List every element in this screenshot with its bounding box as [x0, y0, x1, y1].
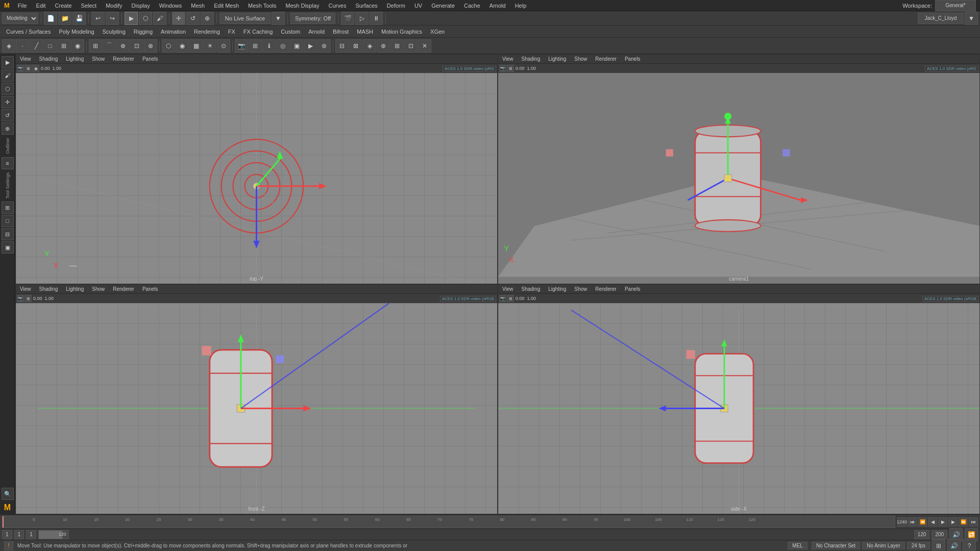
timeline-ruler[interactable]: 5 10 15 20 25 30 35 40 45 50 55 60 65 70…: [2, 516, 895, 528]
vp-top-lighting[interactable]: Lighting: [64, 56, 86, 62]
new-file-btn[interactable]: 📄: [44, 12, 57, 25]
vp-top-renderer[interactable]: Renderer: [111, 56, 136, 62]
lasso-sidebar[interactable]: ⬡: [2, 83, 14, 95]
vp-cam-lighting[interactable]: Lighting: [546, 56, 568, 62]
merge-icon[interactable]: ⊕: [377, 39, 390, 53]
camera-icon[interactable]: 📷: [235, 39, 248, 53]
vp-side-lighting[interactable]: Lighting: [546, 286, 568, 292]
vp-side-show[interactable]: Show: [572, 286, 589, 292]
menu-windows[interactable]: Windows: [155, 2, 186, 10]
shelf-rendering[interactable]: Rendering: [190, 26, 224, 38]
rotate-btn[interactable]: ↺: [186, 12, 200, 25]
vp-cam-show[interactable]: Show: [572, 56, 589, 62]
vp-front-show[interactable]: Show: [90, 286, 107, 292]
menu-deform[interactable]: Deform: [383, 2, 409, 10]
redo-btn[interactable]: ↪: [106, 12, 119, 25]
resolution-icon[interactable]: ▣: [290, 39, 303, 53]
target-weld-icon[interactable]: ✕: [418, 39, 431, 53]
shelf-fx[interactable]: FX: [224, 26, 239, 38]
save-btn[interactable]: 💾: [72, 12, 86, 25]
smooth-icon[interactable]: ◉: [176, 39, 189, 53]
vp-top-show[interactable]: Show: [90, 56, 107, 62]
user-dropdown-btn[interactable]: ▼: [965, 12, 978, 25]
select-tool-sidebar[interactable]: ▶: [2, 56, 14, 68]
no-character-set[interactable]: No Character Set: [812, 542, 860, 549]
paint-tool-sidebar[interactable]: 🖌: [2, 69, 14, 82]
status-help-right[interactable]: ?: [963, 539, 976, 552]
menu-modify[interactable]: Modify: [102, 2, 126, 10]
menu-file[interactable]: File: [14, 2, 31, 10]
user-btn[interactable]: Jack_C_Lloyd: [918, 13, 964, 24]
vp-top-wire[interactable]: ⊞: [24, 65, 32, 72]
vp-side-wire[interactable]: ⊞: [507, 295, 514, 302]
shelf-curves[interactable]: Curves / Surfaces: [2, 26, 55, 38]
menu-mesh[interactable]: Mesh: [187, 2, 209, 10]
pause-btn[interactable]: ⏸: [370, 12, 383, 25]
menu-mesh-tools[interactable]: Mesh Tools: [244, 2, 280, 10]
vp-front-canvas[interactable]: front -Z: [16, 303, 497, 514]
vp-side-shading[interactable]: Shading: [520, 286, 543, 292]
menu-display[interactable]: Display: [128, 2, 154, 10]
timeline-playhead[interactable]: [3, 516, 4, 528]
symmetry-btn[interactable]: Symmetry: Off: [290, 13, 335, 24]
viewport-front[interactable]: View Shading Lighting Show Renderer Pane…: [15, 284, 498, 514]
vp-cam-panels[interactable]: Panels: [623, 56, 643, 62]
edge-icon[interactable]: ╱: [30, 39, 43, 53]
tl-prev-key[interactable]: ⏪: [918, 517, 927, 527]
viewport-top[interactable]: View Shading Lighting Show Renderer Pane…: [15, 54, 498, 284]
tl-play-btn[interactable]: ▶: [938, 517, 947, 527]
menu-edit[interactable]: Edit: [32, 2, 50, 10]
menu-arnold[interactable]: Arnold: [485, 2, 510, 10]
playblast-icon[interactable]: ▶: [304, 39, 317, 53]
status-sound-right[interactable]: 🔊: [947, 539, 961, 552]
vp-side-renderer[interactable]: Renderer: [593, 286, 619, 292]
menu-surfaces[interactable]: Surfaces: [351, 2, 381, 10]
vp-cam-wire[interactable]: ⊞: [507, 65, 514, 72]
vp-front-shading[interactable]: Shading: [37, 286, 60, 292]
grid-icon[interactable]: ⊞: [249, 39, 262, 53]
menu-create[interactable]: Create: [51, 2, 76, 10]
snap-point-icon[interactable]: ⊕: [116, 39, 130, 53]
bridge-icon[interactable]: ⊠: [349, 39, 362, 53]
open-file-btn[interactable]: 📁: [58, 12, 71, 25]
workspace-dropdown[interactable]: General*: [935, 0, 976, 11]
vp-top-panels[interactable]: Panels: [140, 56, 160, 62]
obj-icon[interactable]: ◉: [71, 39, 84, 53]
render-sidebar[interactable]: ▣: [2, 241, 14, 254]
tl-next-key[interactable]: ⏩: [959, 517, 968, 527]
scale-sidebar[interactable]: ⊕: [2, 122, 14, 135]
bevel-icon[interactable]: ◈: [363, 39, 376, 53]
snap-view-icon[interactable]: ⊡: [130, 39, 143, 53]
tl-skip-start[interactable]: ⏮: [908, 517, 917, 527]
vp-side-panels[interactable]: Panels: [623, 286, 643, 292]
vp-side-view[interactable]: View: [500, 286, 516, 292]
snap-live-icon[interactable]: ⊗: [144, 39, 157, 53]
shelf-xgen[interactable]: XGen: [426, 26, 449, 38]
snap-curve-icon[interactable]: ⌒: [103, 39, 116, 53]
undo-btn[interactable]: ↩: [91, 12, 105, 25]
uvshell-icon[interactable]: ⊞: [57, 39, 70, 53]
xray-icon[interactable]: ⊙: [217, 39, 230, 53]
viewport-side[interactable]: View Shading Lighting Show Renderer Pane…: [498, 284, 980, 514]
move-sidebar[interactable]: ✛: [2, 96, 14, 108]
menu-edit-mesh[interactable]: Edit Mesh: [210, 2, 243, 10]
lasso-tool-btn[interactable]: ⬡: [139, 12, 152, 25]
vp-front-wire[interactable]: ⊞: [24, 295, 32, 302]
tl-skip-end[interactable]: ⏭: [969, 517, 978, 527]
isolate-icon[interactable]: ◎: [276, 39, 289, 53]
no-live-surface-btn[interactable]: No Live Surface: [219, 13, 271, 24]
vp-cam-cam[interactable]: 📷: [499, 65, 506, 72]
split-icon[interactable]: ⊞: [390, 39, 404, 53]
select-tool-btn[interactable]: ▶: [125, 12, 138, 25]
status-icons-right[interactable]: ⊞: [932, 539, 945, 552]
connect-icon[interactable]: ⊡: [404, 39, 418, 53]
vp-cam-renderer[interactable]: Renderer: [593, 56, 619, 62]
snap-grid-icon[interactable]: ⊞: [89, 39, 102, 53]
vp-front-cam[interactable]: 📷: [17, 295, 24, 302]
shelf-mash[interactable]: MASH: [353, 26, 377, 38]
menu-curves[interactable]: Curves: [325, 2, 351, 10]
shelf-rigging[interactable]: Rigging: [130, 26, 157, 38]
menu-cache[interactable]: Cache: [460, 2, 484, 10]
paint-select-btn[interactable]: 🖌: [153, 12, 166, 25]
live-surface-icon[interactable]: ▼: [272, 12, 285, 25]
